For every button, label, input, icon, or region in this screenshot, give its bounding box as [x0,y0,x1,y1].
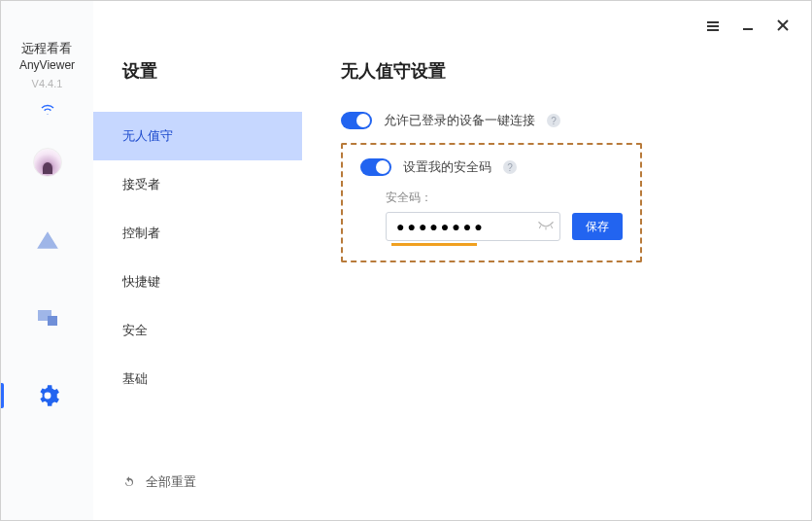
option1-label: 允许已登录的设备一键连接 [384,112,535,129]
menu-item-basic[interactable]: 基础 [93,355,302,403]
svg-point-2 [44,393,51,399]
close-button[interactable] [776,18,790,36]
reset-label: 全部重置 [146,473,196,491]
nav-settings[interactable] [33,381,62,410]
menu-item-receiver[interactable]: 接受者 [93,160,302,209]
help-icon-2[interactable]: ? [503,160,517,174]
menu-item-unattended[interactable]: 无人值守 [93,112,302,160]
minimize-button[interactable] [741,18,755,36]
svg-line-3 [539,226,541,228]
svg-line-5 [551,226,553,228]
brand-version: V4.4.1 [32,78,63,89]
gear-icon [35,383,60,408]
security-code-label: 安全码： [386,190,623,206]
option-set-security-code: 设置我的安全码 ? [360,158,623,176]
settings-title: 设置 [93,59,302,112]
menu-item-controller[interactable]: 控制者 [93,209,302,258]
main-title: 无人值守设置 [341,59,782,83]
nav-devices[interactable] [33,303,62,332]
toggle-allow-oneclick[interactable] [341,112,372,129]
reset-icon [122,475,136,489]
nav-avatar[interactable] [33,148,62,177]
security-code-section: 设置我的安全码 ? 安全码： 保 [341,143,642,262]
brand-line1: 远程看看 [19,40,75,57]
window-controls [706,18,790,36]
brand-line2: AnyViewer [19,57,75,74]
svg-rect-1 [48,316,57,326]
reset-all-button[interactable]: 全部重置 [93,462,302,503]
option2-label: 设置我的安全码 [403,158,491,176]
left-sidebar: 远程看看 AnyViewer V4.4.1 [1,1,93,520]
wifi-icon [39,101,56,119]
help-icon[interactable]: ? [547,114,560,127]
menu-item-shortcuts[interactable]: 快捷键 [93,258,302,306]
avatar-icon [33,148,62,177]
eye-closed-icon[interactable] [537,218,555,235]
brand-title: 远程看看 AnyViewer [19,40,75,74]
nav-connect[interactable] [33,226,62,255]
security-code-input[interactable] [386,212,560,241]
option-allow-oneclick: 允许已登录的设备一键连接 ? [341,112,782,129]
main-content: 无人值守设置 允许已登录的设备一键连接 ? 设置我的安全码 ? 安全码： [302,1,811,520]
settings-menu: 设置 无人值守 接受者 控制者 快捷键 安全 基础 全部重置 [93,1,302,520]
menu-icon[interactable] [706,18,720,36]
save-button[interactable]: 保存 [572,213,623,240]
strength-indicator [391,243,477,246]
menu-item-security[interactable]: 安全 [93,306,302,355]
toggle-security-code[interactable] [360,158,391,176]
